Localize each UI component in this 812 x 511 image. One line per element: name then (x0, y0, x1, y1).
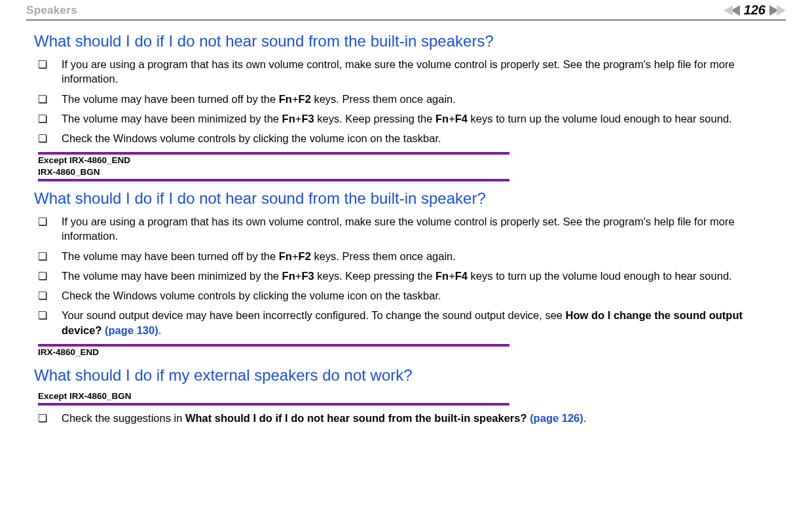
list-text: The volume may have been minimized by th… (62, 270, 282, 282)
list-text: keys. Keep pressing the (314, 270, 435, 282)
list-text: . (583, 412, 587, 424)
key-label: F4 (455, 270, 468, 282)
list-text: + (449, 113, 455, 124)
list-text: + (295, 270, 302, 282)
header-divider (26, 20, 786, 20)
page-header: Speakers 126 (26, 0, 786, 18)
nav-first-icon (724, 5, 733, 16)
list-item: The volume may have been turned off by t… (38, 92, 786, 106)
key-label: Fn (279, 93, 292, 105)
page-link[interactable]: (page 130) (105, 324, 158, 336)
list-text: . (158, 324, 162, 336)
list-text: keys. Press them once again. (311, 93, 456, 105)
list-item: Check the suggestions in What should I d… (38, 411, 786, 425)
list-item: The volume may have been minimized by th… (38, 111, 786, 126)
page-nav: 126 (724, 3, 786, 18)
page-number: 126 (744, 3, 766, 18)
bullet-list-2: If you are using a program that has its … (38, 214, 786, 337)
list-text: Check the Windows volume controls by cli… (62, 132, 441, 144)
condition-marker-1: Except IRX-4860_END IRX-4860_BGN (38, 152, 509, 181)
page-link[interactable]: (page 126) (530, 412, 583, 424)
list-text: + (449, 270, 455, 282)
key-label: Fn (282, 270, 295, 282)
key-label: F2 (299, 93, 311, 105)
marker-bar (38, 179, 509, 181)
marker-label: Except IRX-4860_BGN (38, 391, 509, 402)
key-label: Fn (279, 250, 292, 262)
bullet-list-1: If you are using a program that has its … (38, 57, 786, 145)
list-item: Your sound output device may have been i… (38, 308, 786, 337)
nav-prev-buttons[interactable] (724, 5, 740, 16)
list-text: If you are using a program that has its … (62, 216, 735, 242)
list-text: keys. Keep pressing the (314, 113, 435, 124)
key-label: Fn (435, 270, 449, 282)
cross-ref-title: What should I do if I do not hear sound … (185, 412, 530, 424)
key-label: Fn (435, 113, 449, 124)
list-item: If you are using a program that has its … (38, 214, 786, 244)
marker-label: IRX-4860_END (38, 347, 509, 358)
condition-marker-3: Except IRX-4860_BGN (38, 391, 509, 406)
section-title: Speakers (26, 4, 77, 17)
marker-bar (38, 344, 509, 347)
list-text: The volume may have been minimized by th… (62, 113, 282, 124)
question-heading-3: What should I do if my external speakers… (34, 366, 786, 385)
bullet-list-3: Check the suggestions in What should I d… (38, 411, 786, 425)
list-text: + (292, 93, 299, 105)
key-label: F2 (299, 250, 311, 262)
list-item: The volume may have been minimized by th… (38, 269, 786, 283)
condition-marker-2: IRX-4860_END (38, 344, 509, 358)
marker-bar (38, 403, 509, 406)
list-text: keys. Press them once again. (311, 250, 456, 262)
marker-label: Except IRX-4860_END (38, 155, 509, 166)
list-text: + (295, 113, 302, 124)
nav-next-buttons[interactable] (769, 5, 786, 16)
list-text: keys to turn up the volume loud enough t… (468, 113, 732, 124)
key-label: F3 (301, 270, 314, 282)
list-item: Check the Windows volume controls by cli… (38, 288, 786, 303)
list-text: keys to turn up the volume loud enough t… (468, 270, 732, 282)
list-text: The volume may have been turned off by t… (62, 250, 279, 262)
question-heading-2: What should I do if I do not hear sound … (34, 189, 786, 208)
list-text: Check the Windows volume controls by cli… (62, 290, 441, 301)
list-text: Your sound output device may have been i… (62, 309, 566, 321)
question-heading-1: What should I do if I do not hear sound … (34, 32, 786, 50)
list-text: If you are using a program that has its … (62, 58, 735, 85)
nav-last-icon (777, 5, 786, 16)
list-item: Check the Windows volume controls by cli… (38, 131, 786, 145)
list-text: The volume may have been turned off by t… (62, 93, 279, 105)
key-label: Fn (282, 113, 295, 124)
list-item: If you are using a program that has its … (38, 57, 786, 86)
list-text: Check the suggestions in (62, 412, 185, 424)
marker-label: IRX-4860_BGN (38, 167, 509, 178)
key-label: F3 (301, 113, 314, 124)
marker-bar (38, 152, 509, 155)
key-label: F4 (455, 113, 468, 124)
list-text: + (292, 250, 299, 262)
list-item: The volume may have been turned off by t… (38, 249, 786, 263)
document-page: Speakers 126 What should I do if I do no… (0, 0, 812, 444)
